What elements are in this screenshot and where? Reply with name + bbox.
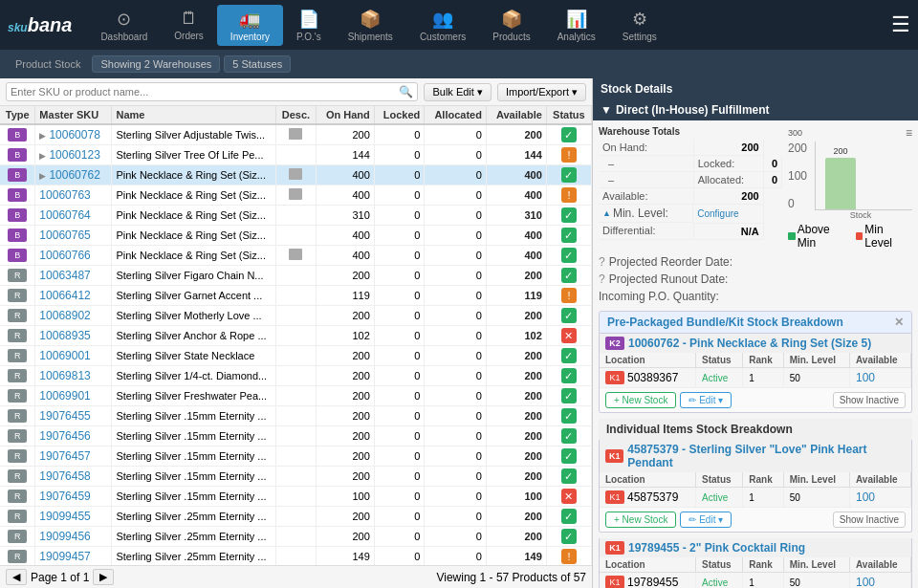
warehouse-filter[interactable]: Showing 2 Warehouses <box>92 55 220 73</box>
table-row[interactable]: B 10060766 Pink Necklace & Ring Set (Siz… <box>0 246 592 266</box>
table-row[interactable]: B ▶ 10060123 Sterling Silver Tree Of Lif… <box>0 145 592 165</box>
available-link[interactable]: 100 <box>856 371 875 384</box>
cell-sku[interactable]: ▶ 10060123 <box>35 145 112 165</box>
item2-avail-link[interactable]: 100 <box>856 576 875 588</box>
chart-menu-icon[interactable]: ≡ <box>906 126 912 140</box>
search-input[interactable] <box>11 86 399 98</box>
sku-link[interactable]: 10060765 <box>39 229 90 242</box>
table-row[interactable]: R 19099455 Sterling Silver .25mm Eternit… <box>0 507 592 527</box>
sku-link[interactable]: 10069901 <box>39 389 90 403</box>
sku-link[interactable]: 19099456 <box>39 530 90 543</box>
pre-packaged-close[interactable]: ✕ <box>894 316 904 329</box>
th-locked[interactable]: Locked <box>374 106 425 124</box>
table-row[interactable]: R 10068935 Sterling Silver Anchor & Rope… <box>0 326 592 346</box>
expand-arrow[interactable]: ▶ <box>39 171 46 181</box>
nav-item-orders[interactable]: 🗒 Orders <box>161 5 217 46</box>
sku-link[interactable]: 10060766 <box>39 249 90 262</box>
hamburger-menu[interactable]: ☰ <box>891 12 910 37</box>
question-icon-reorder[interactable]: ? <box>599 255 605 269</box>
cell-sku[interactable]: 19076459 <box>35 487 112 507</box>
cell-sku[interactable]: 10068902 <box>35 306 112 326</box>
table-row[interactable]: B ▶ 10060078 Sterling Silver Adjustable … <box>0 124 592 145</box>
sku-link[interactable]: 19076458 <box>39 469 90 483</box>
nav-item-settings[interactable]: ⚙ Settings <box>609 5 670 46</box>
cell-sku[interactable]: 19099455 <box>35 507 112 527</box>
sku-link[interactable]: 19076455 <box>39 409 90 423</box>
sku-link[interactable]: 19076456 <box>39 429 90 443</box>
cell-sku[interactable]: 10069813 <box>35 366 112 386</box>
sku-link[interactable]: 19076459 <box>39 490 90 503</box>
table-row[interactable]: R 10063487 Sterling Silver Figaro Chain … <box>0 266 592 286</box>
expand-arrow[interactable]: ▶ <box>39 131 46 141</box>
sku-link[interactable]: 19076457 <box>39 449 90 463</box>
nav-item-shipments[interactable]: 📦 Shipments <box>335 5 406 46</box>
cell-sku[interactable]: 19076456 <box>35 426 112 446</box>
sku-link[interactable]: 10060763 <box>39 188 90 202</box>
sku-link[interactable]: 10060764 <box>39 208 90 222</box>
new-stock-item1[interactable]: + New Stock <box>605 512 676 528</box>
sku-link[interactable]: 10060078 <box>49 128 99 142</box>
expand-arrow[interactable]: ▶ <box>39 151 46 161</box>
nav-item-customers[interactable]: 👥 Customers <box>406 5 479 46</box>
nav-item-analytics[interactable]: 📊 Analytics <box>544 5 609 46</box>
cell-sku[interactable]: 19076458 <box>35 467 112 487</box>
cell-sku[interactable]: 10060763 <box>35 185 112 206</box>
new-stock-button-prepkg[interactable]: + New Stock <box>605 392 676 408</box>
sku-link[interactable]: 19099457 <box>39 550 90 563</box>
nav-item-pos[interactable]: 📄 P.O.'s <box>283 5 335 46</box>
cell-sku[interactable]: ▶ 10060762 <box>35 165 112 185</box>
pre-packaged-sku-link[interactable]: 10060762 - Pink Necklace & Ring Set (Siz… <box>628 337 871 350</box>
table-row[interactable]: R 19076456 Sterling Silver .15mm Eternit… <box>0 426 592 446</box>
th-avail[interactable]: Available <box>486 106 546 124</box>
import-export-button[interactable]: Import/Export ▾ <box>497 83 586 101</box>
edit-item1[interactable]: ✏ Edit ▾ <box>680 512 732 528</box>
th-sku[interactable]: Master SKU <box>35 106 112 124</box>
table-row[interactable]: R 19099456 Sterling Silver .25mm Eternit… <box>0 527 592 547</box>
table-row[interactable]: R 10069813 Sterling Silver 1/4-ct. Diamo… <box>0 366 592 386</box>
item2-sku-link[interactable]: 19789455 - 2" Pink Cocktail Ring <box>628 541 805 555</box>
product-stock-table-container[interactable]: Type Master SKU Name Desc. On Hand Locke… <box>0 106 592 565</box>
item1-avail-link[interactable]: 100 <box>856 490 875 504</box>
cell-sku[interactable]: 10068935 <box>35 326 112 346</box>
prev-page-button[interactable]: ◀ <box>6 569 27 585</box>
show-inactive-prepkg[interactable]: Show Inactive <box>833 392 906 408</box>
cell-sku[interactable]: 10069901 <box>35 386 112 406</box>
table-row[interactable]: B ▶ 10060762 Pink Necklace & Ring Set (S… <box>0 165 592 185</box>
cell-sku[interactable]: ▶ 10060078 <box>35 124 112 145</box>
cell-sku[interactable]: 10066412 <box>35 286 112 306</box>
search-box[interactable]: 🔍 <box>6 82 418 101</box>
status-filter[interactable]: 5 Statuses <box>224 55 291 73</box>
cell-sku[interactable]: 10060766 <box>35 246 112 266</box>
sku-link[interactable]: 10068935 <box>39 329 90 342</box>
edit-button-prepkg[interactable]: ✏ Edit ▾ <box>680 392 732 408</box>
sku-link[interactable]: 10069001 <box>39 349 90 362</box>
cell-sku[interactable]: 19099457 <box>35 547 112 566</box>
cell-sku[interactable]: 10069001 <box>35 346 112 366</box>
sku-link[interactable]: 10066412 <box>39 289 90 302</box>
configure-link[interactable]: Configure <box>697 208 738 219</box>
sku-link[interactable]: 10068902 <box>39 309 90 322</box>
table-row[interactable]: R 19099457 Sterling Silver .25mm Eternit… <box>0 547 592 566</box>
table-row[interactable]: B 10060765 Pink Necklace & Ring Set (Siz… <box>0 226 592 246</box>
table-row[interactable]: R 10069901 Sterling Silver Freshwater Pe… <box>0 386 592 406</box>
sku-link[interactable]: 10060762 <box>49 168 99 182</box>
table-row[interactable]: R 19076457 Sterling Silver .15mm Eternit… <box>0 446 592 467</box>
table-row[interactable]: B 10060764 Pink Necklace & Ring Set (Siz… <box>0 206 592 226</box>
cell-sku[interactable]: 10060764 <box>35 206 112 226</box>
cell-sku[interactable]: 19076455 <box>35 406 112 426</box>
nav-item-products[interactable]: 📦 Products <box>479 5 543 46</box>
table-row[interactable]: B 10060763 Pink Necklace & Ring Set (Siz… <box>0 185 592 206</box>
sku-link[interactable]: 10063487 <box>39 269 90 282</box>
sku-link[interactable]: 19099455 <box>39 510 90 523</box>
th-name[interactable]: Name <box>112 106 275 124</box>
table-row[interactable]: R 19076458 Sterling Silver .15mm Eternit… <box>0 467 592 487</box>
cell-sku[interactable]: 19099456 <box>35 527 112 547</box>
cell-sku[interactable]: 10060765 <box>35 226 112 246</box>
item1-sku-link[interactable]: 45875379 - Sterling Silver "Love" Pink H… <box>627 443 906 469</box>
th-alloc[interactable]: Allocated <box>425 106 487 124</box>
question-icon-runout[interactable]: ? <box>599 272 605 286</box>
nav-item-dashboard[interactable]: ⊙ Dashboard <box>87 5 161 46</box>
th-onhand[interactable]: On Hand <box>317 106 375 124</box>
table-row[interactable]: R 10069001 Sterling Silver State Necklac… <box>0 346 592 366</box>
next-page-button[interactable]: ▶ <box>93 569 114 585</box>
